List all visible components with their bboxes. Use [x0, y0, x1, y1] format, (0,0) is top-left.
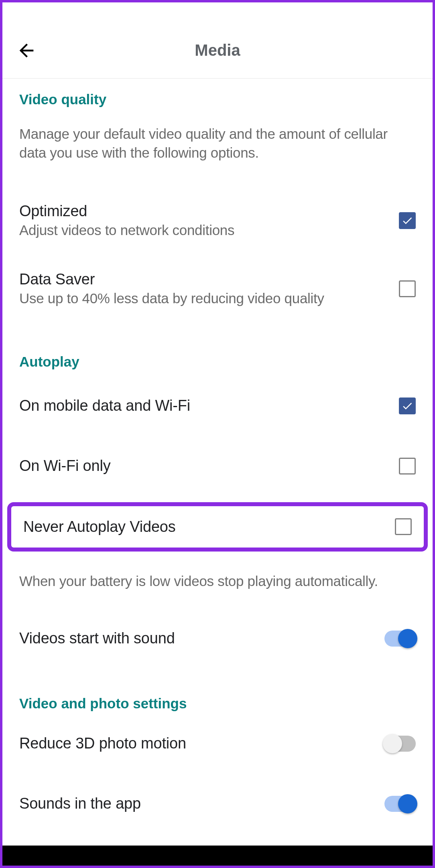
autoplay-mobile-wifi-checkbox[interactable]	[399, 397, 416, 414]
data-saver-label: Data Saver	[19, 271, 391, 288]
autoplay-section-title: Autoplay	[19, 354, 416, 370]
toggle-knob	[383, 734, 402, 753]
autoplay-wifi-only-checkbox[interactable]	[399, 458, 416, 475]
autoplay-wifi-only-row[interactable]: On Wi-Fi only	[19, 446, 416, 486]
autoplay-never-row[interactable]: Never Autoplay Videos	[7, 502, 428, 552]
toggle-knob	[398, 629, 417, 648]
reduce-3d-row[interactable]: Reduce 3D photo motion	[19, 724, 416, 764]
back-arrow-icon	[16, 40, 37, 61]
back-button[interactable]	[14, 39, 39, 63]
data-saver-sub: Use up to 40% less data by reducing vide…	[19, 290, 391, 306]
optimized-checkbox[interactable]	[399, 212, 416, 229]
sounds-app-label: Sounds in the app	[19, 795, 141, 812]
video-quality-section-title: Video quality	[19, 91, 416, 107]
autoplay-never-checkbox[interactable]	[395, 518, 412, 535]
optimized-row[interactable]: Optimized Adjust videos to network condi…	[19, 201, 416, 241]
optimized-sub: Adjust videos to network conditions	[19, 222, 391, 238]
videos-sound-label: Videos start with sound	[19, 630, 175, 647]
content-area: Video quality Manage your default video …	[2, 79, 433, 868]
sounds-app-row[interactable]: Sounds in the app	[19, 784, 416, 824]
videos-sound-row[interactable]: Videos start with sound	[19, 619, 416, 659]
autoplay-mobile-wifi-row[interactable]: On mobile data and Wi-Fi	[19, 386, 416, 426]
autoplay-wifi-only-label: On Wi-Fi only	[19, 457, 111, 475]
bottom-bar	[2, 846, 433, 866]
video-quality-section-desc: Manage your default video quality and th…	[19, 124, 416, 162]
reduce-3d-toggle[interactable]	[384, 736, 416, 752]
checkmark-icon	[401, 215, 413, 227]
autoplay-never-label: Never Autoplay Videos	[23, 518, 176, 535]
autoplay-mobile-wifi-label: On mobile data and Wi-Fi	[19, 397, 190, 414]
reduce-3d-label: Reduce 3D photo motion	[19, 735, 186, 752]
video-photo-section-title: Video and photo settings	[19, 696, 416, 712]
toggle-knob	[398, 794, 417, 813]
page-title: Media	[14, 41, 421, 59]
checkmark-icon	[401, 400, 413, 412]
optimized-label: Optimized	[19, 203, 391, 220]
videos-sound-toggle[interactable]	[384, 631, 416, 647]
data-saver-checkbox[interactable]	[399, 280, 416, 297]
data-saver-row[interactable]: Data Saver Use up to 40% less data by re…	[19, 269, 416, 309]
header-bar: Media	[2, 22, 433, 79]
sounds-app-toggle[interactable]	[384, 796, 416, 812]
autoplay-footnote: When your battery is low videos stop pla…	[19, 572, 416, 590]
